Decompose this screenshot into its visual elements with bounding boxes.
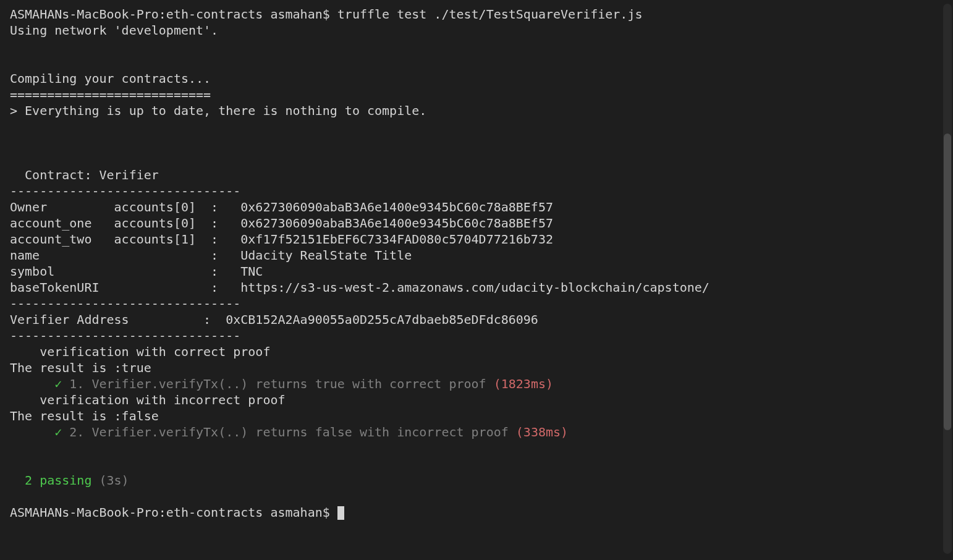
info-owner: Owner accounts[0] : 0x627306090abaB3A6e1…	[10, 199, 875, 215]
divider: -------------------------------	[10, 295, 875, 312]
divider: -------------------------------	[10, 183, 875, 199]
blank	[10, 440, 875, 456]
passing-count: 2 passing	[10, 473, 91, 488]
terminal-output: ASMAHANs-MacBook-Pro:eth-contracts asmah…	[10, 6, 875, 520]
summary-line: 2 passing (3s)	[10, 472, 875, 488]
blank	[10, 151, 875, 167]
prompt-line[interactable]: ASMAHANs-MacBook-Pro:eth-contracts asmah…	[10, 504, 875, 520]
command-text: truffle test ./test/TestSquareVerifier.j…	[337, 7, 643, 22]
blank	[10, 456, 875, 472]
cursor	[337, 506, 344, 520]
blank	[10, 54, 875, 70]
test-duration: (1823ms)	[494, 376, 553, 391]
check-icon: ✓	[10, 425, 69, 439]
info-account-one: account_one accounts[0] : 0x627306090aba…	[10, 215, 875, 231]
blank	[10, 135, 875, 151]
compiling-line: Compiling your contracts...	[10, 70, 875, 87]
blank	[10, 119, 875, 135]
prompt: ASMAHANs-MacBook-Pro:eth-contracts asmah…	[10, 505, 337, 520]
info-name: name : Udacity RealState Title	[10, 247, 875, 263]
divider: -------------------------------	[10, 328, 875, 344]
info-verifier-address: Verifier Address : 0xCB152A2Aa90055a0D25…	[10, 312, 875, 328]
passing-time: (3s)	[91, 473, 129, 488]
scrollbar[interactable]	[943, 4, 952, 554]
test-description: 1. Verifier.verifyTx(..) returns true wi…	[69, 376, 493, 391]
scrollbar-thumb[interactable]	[944, 134, 951, 430]
status-line: > Everything is up to date, there is not…	[10, 103, 875, 119]
info-account-two: account_two accounts[1] : 0xf17f52151EbE…	[10, 231, 875, 247]
result-line: The result is :true	[10, 360, 875, 376]
contract-header: Contract: Verifier	[10, 167, 875, 183]
prompt: ASMAHANs-MacBook-Pro:eth-contracts asmah…	[10, 7, 337, 22]
check-icon: ✓	[10, 376, 69, 391]
test-section: verification with incorrect proof	[10, 392, 875, 408]
info-symbol: symbol : TNC	[10, 263, 875, 279]
blank	[10, 38, 875, 54]
test-result-2: ✓ 2. Verifier.verifyTx(..) returns false…	[10, 424, 875, 440]
test-description: 2. Verifier.verifyTx(..) returns false w…	[69, 425, 515, 439]
test-section: verification with correct proof	[10, 344, 875, 360]
command-line: ASMAHANs-MacBook-Pro:eth-contracts asmah…	[10, 6, 875, 22]
divider: ===========================	[10, 87, 875, 103]
network-line: Using network 'development'.	[10, 22, 875, 38]
test-result-1: ✓ 1. Verifier.verifyTx(..) returns true …	[10, 376, 875, 392]
info-base-uri: baseTokenURI : https://s3-us-west-2.amaz…	[10, 279, 875, 295]
result-line: The result is :false	[10, 408, 875, 424]
blank	[10, 488, 875, 504]
test-duration: (338ms)	[516, 425, 568, 439]
